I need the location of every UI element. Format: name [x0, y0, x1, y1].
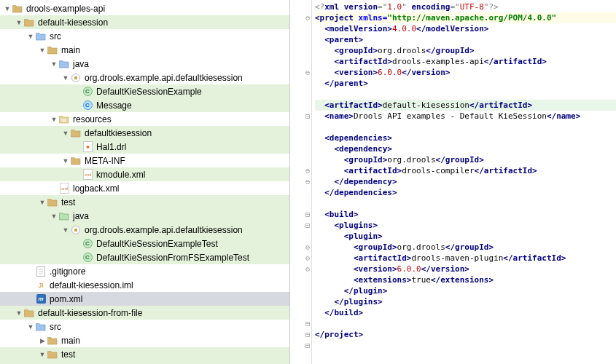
gutter-fold-marker[interactable]: ⊟ [290, 209, 311, 220]
disclosure-arrow-icon[interactable]: ▼ [50, 60, 58, 68]
code-line[interactable]: <build> [315, 209, 616, 220]
tree-item[interactable]: ▼java [0, 361, 289, 364]
gutter-fold-marker[interactable]: ⊖ [290, 242, 311, 253]
disclosure-arrow-icon[interactable]: ▼ [61, 74, 70, 82]
code-line[interactable]: <name>Drools API examples - Default KieS… [315, 111, 616, 122]
tree-item[interactable]: ▶xmllogback.xml [0, 181, 289, 195]
disclosure-arrow-icon[interactable]: ▶ [38, 337, 47, 344]
gutter-fold-marker[interactable]: ⊟ [290, 329, 311, 340]
code-line[interactable]: <?xml version="1.0" encoding="UTF-8"?> [315, 1, 616, 12]
class-icon: C [82, 100, 93, 111]
disclosure-arrow-icon[interactable]: ▼ [50, 213, 58, 220]
gutter-fold-marker[interactable]: ⊟ [290, 340, 311, 351]
gutter-fold-marker[interactable]: ⊖ [290, 253, 311, 264]
code-line[interactable]: <project xmlns="http://maven.apache.org/… [315, 12, 616, 23]
tree-item[interactable]: ▼java [0, 57, 289, 71]
tree-item[interactable]: ▼org.drools.example.api.defaultkiesessio… [0, 223, 289, 237]
gutter-fold-marker[interactable]: ⊟ [290, 318, 311, 329]
code-line[interactable] [315, 89, 616, 100]
tree-item-label: drools-examples-api [26, 4, 105, 14]
gutter-fold-marker[interactable]: ⊟ [290, 111, 311, 122]
disclosure-arrow-icon[interactable]: ▼ [38, 47, 47, 54]
gutter-fold-marker[interactable]: ⊟ [290, 220, 311, 231]
tree-item[interactable]: ▼default-kiesession [0, 15, 289, 29]
code-line[interactable]: </plugins> [315, 296, 616, 307]
code-line[interactable]: <artifactId>drools-examples-api</artifac… [315, 56, 616, 67]
tree-item[interactable]: ▶.gitignore [0, 264, 289, 278]
tree-item[interactable]: ▶CDefaultKieSessionFromFSExampleTest [0, 250, 289, 264]
disclosure-arrow-icon[interactable]: ▼ [15, 19, 23, 26]
tree-item[interactable]: ▶CMessage [0, 98, 289, 112]
disclosure-arrow-icon[interactable]: ▼ [50, 116, 58, 123]
disclosure-arrow-icon[interactable]: ▼ [61, 130, 70, 137]
tree-item[interactable]: ▼drools-examples-api [0, 1, 289, 15]
tree-item[interactable]: ▼test [0, 195, 289, 209]
gutter-fold-marker[interactable]: ⊖ [290, 165, 311, 176]
project-tree[interactable]: ▼drools-examples-api▼default-kiesession▼… [0, 0, 289, 364]
tree-item[interactable]: ▶CDefaultKieSessionExampleTest [0, 237, 289, 250]
tree-item[interactable]: ▼src [0, 29, 289, 43]
code-line[interactable]: <artifactId>drools-maven-plugin</artifac… [315, 253, 616, 264]
code-line[interactable]: </build> [315, 307, 616, 318]
code-line[interactable]: <plugins> [315, 220, 616, 231]
code-line[interactable]: <dependencies> [315, 132, 616, 143]
code-line[interactable]: <version>6.0.0</version> [315, 264, 616, 274]
tree-item[interactable]: ▼org.drools.example.api.defaultkiesessio… [0, 71, 289, 84]
code-line[interactable]: <artifactId>default-kiesession</artifact… [315, 100, 616, 111]
tree-item[interactable]: ▼java [0, 209, 289, 223]
gutter-fold-marker[interactable]: ⊖ [290, 67, 311, 78]
code-line[interactable]: </project> [315, 329, 616, 340]
tree-item[interactable]: ▼default-kiesession-from-file [0, 306, 289, 320]
code-line[interactable]: </parent> [315, 78, 616, 89]
gutter-fold-marker[interactable]: ⊖ [290, 176, 311, 187]
tree-item-label: .gitignore [50, 266, 85, 277]
tree-item-label: Hal1.drl [96, 142, 126, 152]
gutter-fold-marker [290, 231, 311, 242]
gutter-fold-marker [290, 78, 311, 89]
tree-item[interactable]: ▼src [0, 320, 289, 333]
tree-item[interactable]: ▶JIdefault-kiesession.iml [0, 278, 289, 292]
disclosure-arrow-icon[interactable]: ▼ [61, 157, 70, 165]
code-line[interactable] [315, 318, 616, 329]
gutter-fold-marker[interactable]: ⊖ [290, 264, 311, 274]
code-line[interactable]: <groupId>org.drools</groupId> [315, 154, 616, 165]
disclosure-arrow-icon[interactable]: ▼ [38, 199, 47, 206]
code-line[interactable]: <extensions>true</extensions> [315, 274, 616, 285]
code-line[interactable]: </plugin> [315, 285, 616, 296]
code-line[interactable]: <modelVersion>4.0.0</modelVersion> [315, 23, 616, 34]
tree-item[interactable]: ▼defaultkiesession [0, 126, 289, 140]
editor-gutter[interactable]: ⊖⊖⊟⊖⊖⊟⊟⊖⊖⊖⊟⊟⊟⊟ [290, 0, 312, 364]
code-line[interactable]: <plugin> [315, 231, 616, 242]
code-line[interactable]: </dependencies> [315, 187, 616, 198]
tree-item[interactable]: ▶xmlkmodule.xml [0, 167, 289, 181]
disclosure-arrow-icon[interactable]: ▼ [15, 309, 23, 317]
code-line[interactable] [315, 198, 616, 209]
tree-item[interactable]: ▼resources [0, 112, 289, 126]
disclosure-arrow-icon[interactable]: ▼ [26, 323, 35, 331]
code-line[interactable]: <groupId>org.drools</groupId> [315, 45, 616, 56]
code-line[interactable]: <version>6.0.0</version> [315, 67, 616, 78]
disclosure-arrow-icon[interactable]: ▼ [38, 351, 47, 358]
tree-item[interactable]: ▶mpom.xml [0, 292, 289, 306]
tree-item[interactable]: ▼main [0, 43, 289, 57]
code-line[interactable]: <parent> [315, 34, 616, 45]
tree-item[interactable]: ▶Hal1.drl [0, 140, 289, 154]
gutter-fold-marker [290, 154, 311, 165]
code-line[interactable]: <groupId>org.drools</groupId> [315, 242, 616, 253]
tree-item[interactable]: ▼META-INF [0, 154, 289, 167]
tree-item[interactable]: ▶CDefaultKieSessionExample [0, 84, 289, 98]
gutter-fold-marker[interactable]: ⊖ [290, 12, 311, 23]
code-line[interactable]: </dependency> [315, 176, 616, 187]
tree-item[interactable]: ▼test [0, 347, 289, 361]
editor-code[interactable]: <?xml version="1.0" encoding="UTF-8"?><p… [312, 0, 616, 364]
disclosure-arrow-icon[interactable]: ▼ [26, 33, 35, 40]
tree-item[interactable]: ▶main [0, 333, 289, 347]
code-line[interactable] [315, 122, 616, 132]
disclosure-arrow-icon[interactable]: ▼ [61, 226, 70, 234]
gutter-fold-marker [290, 100, 311, 111]
code-line[interactable]: <artifactId>drools-compiler</artifactId> [315, 165, 616, 176]
file-icon [35, 266, 47, 277]
disclosure-arrow-icon[interactable]: ▼ [3, 5, 12, 12]
package-icon [70, 72, 82, 84]
code-line[interactable]: <dependency> [315, 143, 616, 154]
